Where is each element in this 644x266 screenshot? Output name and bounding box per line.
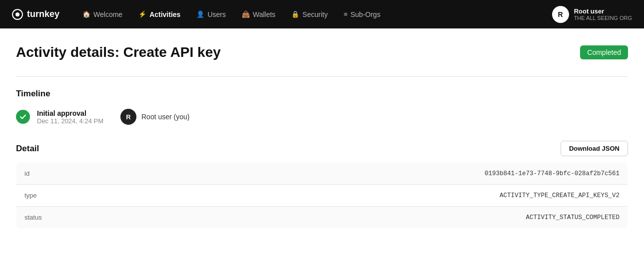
nav-user-name: Root user bbox=[574, 7, 632, 15]
nav-user-info: Root user THE ALL SEEING ORG bbox=[574, 7, 632, 21]
table-row: status ACTIVITY_STATUS_COMPLETED bbox=[16, 207, 628, 229]
security-icon: 🔒 bbox=[291, 10, 299, 18]
nav-link-activities[interactable]: ⚡ Activities bbox=[131, 7, 187, 21]
row-key: type bbox=[16, 185, 76, 207]
page-title: Activity details: Create API key bbox=[16, 44, 221, 60]
section-divider-top bbox=[16, 76, 628, 77]
nav-link-activities-label: Activities bbox=[149, 10, 180, 18]
svg-point-1 bbox=[15, 12, 19, 16]
timeline-date: Dec 11, 2024, 4:24 PM bbox=[37, 117, 103, 125]
detail-header: Detail Download JSON bbox=[16, 141, 628, 156]
home-icon: 🏠 bbox=[82, 10, 90, 18]
user-menu[interactable]: R Root user THE ALL SEEING ORG bbox=[552, 6, 632, 23]
wallets-icon: 👜 bbox=[242, 10, 250, 18]
timeline-user: R Root user (you) bbox=[120, 109, 189, 125]
main-content: Activity details: Create API key Complet… bbox=[0, 28, 644, 266]
nav-link-wallets[interactable]: 👜 Wallets bbox=[235, 7, 282, 21]
suborgs-icon: ≡ bbox=[344, 10, 348, 18]
row-value: ACTIVITY_STATUS_COMPLETED bbox=[76, 207, 628, 229]
nav-link-security-label: Security bbox=[302, 10, 328, 18]
timeline-item: Initial approval Dec 11, 2024, 4:24 PM R… bbox=[16, 109, 628, 125]
row-value: ACTIVITY_TYPE_CREATE_API_KEYS_V2 bbox=[76, 185, 628, 207]
download-json-button[interactable]: Download JSON bbox=[561, 141, 628, 156]
row-key: status bbox=[16, 207, 76, 229]
nav-link-users-label: Users bbox=[207, 10, 226, 18]
timeline-title: Timeline bbox=[16, 89, 628, 99]
timeline-section: Timeline Initial approval Dec 11, 2024, … bbox=[16, 89, 628, 125]
activities-icon: ⚡ bbox=[138, 10, 146, 18]
nav-link-security[interactable]: 🔒 Security bbox=[284, 7, 335, 21]
timeline-username: Root user (you) bbox=[141, 113, 189, 121]
detail-table: id 0193b841-1e73-7748-9bfc-028af2b7c561 … bbox=[16, 162, 628, 229]
timeline-label: Initial approval bbox=[37, 109, 103, 117]
nav-link-wallets-label: Wallets bbox=[253, 10, 275, 18]
row-value: 0193b841-1e73-7748-9bfc-028af2b7c561 bbox=[76, 163, 628, 185]
table-row: type ACTIVITY_TYPE_CREATE_API_KEYS_V2 bbox=[16, 185, 628, 207]
page-header: Activity details: Create API key Complet… bbox=[16, 44, 628, 60]
nav-link-suborgs[interactable]: ≡ Sub-Orgs bbox=[337, 7, 388, 21]
timeline-avatar: R bbox=[120, 109, 136, 125]
logo-text: turnkey bbox=[27, 9, 59, 19]
nav-link-users[interactable]: 👤 Users bbox=[189, 7, 233, 21]
status-badge: Completed bbox=[580, 45, 628, 59]
users-icon: 👤 bbox=[196, 10, 204, 18]
nav-link-suborgs-label: Sub-Orgs bbox=[351, 10, 381, 18]
table-row: id 0193b841-1e73-7748-9bfc-028af2b7c561 bbox=[16, 163, 628, 185]
timeline-info: Initial approval Dec 11, 2024, 4:24 PM bbox=[37, 109, 103, 125]
nav-link-welcome-label: Welcome bbox=[93, 10, 122, 18]
nav-links: 🏠 Welcome ⚡ Activities 👤 Users 👜 Wallets… bbox=[75, 7, 552, 21]
logo[interactable]: turnkey bbox=[12, 9, 59, 20]
timeline-check-icon bbox=[16, 110, 30, 124]
navbar: turnkey 🏠 Welcome ⚡ Activities 👤 Users 👜… bbox=[0, 0, 644, 28]
detail-title: Detail bbox=[16, 144, 39, 154]
logo-icon bbox=[12, 9, 23, 20]
nav-user-org: THE ALL SEEING ORG bbox=[574, 15, 632, 21]
nav-link-welcome[interactable]: 🏠 Welcome bbox=[75, 7, 129, 21]
checkmark-icon bbox=[19, 113, 26, 120]
nav-user-avatar: R bbox=[552, 6, 569, 23]
row-key: id bbox=[16, 163, 76, 185]
